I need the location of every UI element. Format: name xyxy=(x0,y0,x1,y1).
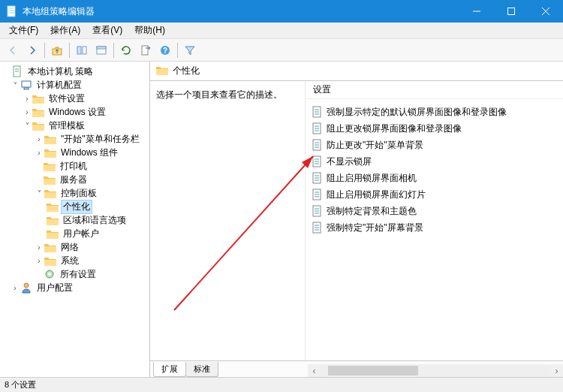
refresh-button[interactable] xyxy=(117,41,135,59)
svg-point-23 xyxy=(24,283,29,288)
tree-software-settings[interactable]: ›软件设置 xyxy=(2,92,148,105)
scrollbar-track[interactable] xyxy=(321,364,550,377)
settings-list-pane: 设置 强制显示特定的默认锁屏界面图像和登录图像阻止更改锁屏界面图像和登录图像防止… xyxy=(305,81,563,360)
policy-item-label: 强制显示特定的默认锁屏界面图像和登录图像 xyxy=(327,106,507,119)
document-icon xyxy=(11,65,23,77)
folder-icon xyxy=(32,119,44,131)
toolbar-separator xyxy=(177,43,178,58)
user-icon xyxy=(20,282,32,294)
twisty-expanded-icon[interactable]: ˅ xyxy=(23,121,32,130)
window-title: 本地组策略编辑器 xyxy=(23,5,459,18)
folder-icon xyxy=(44,173,56,185)
twisty-collapsed-icon[interactable]: › xyxy=(11,283,20,292)
tree-label: Windows 设置 xyxy=(47,105,108,119)
tab-standard[interactable]: 标准 xyxy=(185,362,218,377)
tree-pane[interactable]: 本地计算机 策略 ˅计算机配置 ›软件设置 ›Windows 设置 ˅管理模板 … xyxy=(0,62,150,377)
tree-label: 个性化 xyxy=(61,200,92,214)
nav-back-button[interactable] xyxy=(4,41,22,59)
tab-extended[interactable]: 扩展 xyxy=(153,362,186,377)
twisty-icon[interactable] xyxy=(2,67,11,76)
show-hide-tree-button[interactable] xyxy=(73,41,91,59)
policy-item[interactable]: 强制显示特定的默认锁屏界面图像和登录图像 xyxy=(309,104,560,120)
policy-item[interactable]: 强制特定"开始"屏幕背景 xyxy=(309,219,560,236)
policy-item[interactable]: 阻止启用锁屏界面相机 xyxy=(309,170,560,186)
folder-icon xyxy=(32,106,44,118)
policy-setting-icon xyxy=(312,106,324,118)
settings-list[interactable]: 强制显示特定的默认锁屏界面图像和登录图像阻止更改锁屏界面图像和登录图像防止更改"… xyxy=(306,99,563,360)
svg-rect-0 xyxy=(8,6,15,17)
description-pane: 选择一个项目来查看它的描述。 xyxy=(150,81,305,360)
tree-admin-templates[interactable]: ˅管理模板 xyxy=(2,119,148,132)
filter-button[interactable] xyxy=(181,41,199,59)
tree-label: 用户帐户 xyxy=(61,227,101,241)
twisty-collapsed-icon[interactable]: › xyxy=(35,256,44,265)
twisty-collapsed-icon[interactable]: › xyxy=(35,148,44,157)
svg-text:?: ? xyxy=(163,47,167,55)
tree-computer-config[interactable]: ˅计算机配置 xyxy=(2,78,148,92)
policy-item[interactable]: 防止更改"开始"菜单背景 xyxy=(309,137,560,153)
up-level-button[interactable] xyxy=(48,41,66,59)
policy-item-label: 强制特定"开始"屏幕背景 xyxy=(327,222,423,234)
folder-icon xyxy=(47,201,59,213)
tree-label: 计算机配置 xyxy=(35,78,84,92)
tree-system[interactable]: ›系统 xyxy=(2,254,148,267)
maximize-button[interactable] xyxy=(494,0,528,23)
help-button[interactable]: ? xyxy=(156,41,174,59)
tree-label: 系统 xyxy=(59,254,81,268)
twisty-collapsed-icon[interactable]: › xyxy=(23,107,32,116)
tree-label: 服务器 xyxy=(58,173,89,187)
close-button[interactable] xyxy=(528,0,563,23)
svg-rect-5 xyxy=(508,8,515,15)
nav-forward-button[interactable] xyxy=(23,41,41,59)
policy-setting-icon xyxy=(312,122,324,134)
policy-item[interactable]: 阻止启用锁屏界面幻灯片 xyxy=(309,186,560,203)
settings-icon xyxy=(44,268,56,280)
scroll-left-button[interactable]: ‹ xyxy=(308,364,321,377)
minimize-button[interactable] xyxy=(459,0,494,23)
twisty-expanded-icon[interactable]: ˅ xyxy=(11,80,20,89)
policy-item[interactable]: 不显示锁屏 xyxy=(309,153,560,170)
tree-network[interactable]: ›网络 xyxy=(2,240,148,254)
twisty-collapsed-icon[interactable]: › xyxy=(23,94,32,103)
policy-setting-icon xyxy=(312,222,324,234)
toolbar: ? xyxy=(0,39,563,62)
policy-setting-icon xyxy=(312,172,324,184)
horizontal-scrollbar[interactable]: ‹ › xyxy=(308,364,563,377)
tree-start-menu-taskbar[interactable]: ›"开始"菜单和任务栏 xyxy=(2,132,148,146)
export-list-button[interactable] xyxy=(137,41,155,59)
main-area: 本地计算机 策略 ˅计算机配置 ›软件设置 ›Windows 设置 ˅管理模板 … xyxy=(0,62,563,377)
policy-item-label: 阻止启用锁屏界面相机 xyxy=(327,172,417,185)
svg-rect-10 xyxy=(83,47,86,54)
tree-windows-settings[interactable]: ›Windows 设置 xyxy=(2,105,148,119)
menu-view[interactable]: 查看(V) xyxy=(86,23,128,38)
policy-item[interactable]: 阻止更改锁屏界面图像和登录图像 xyxy=(309,120,560,137)
menu-help[interactable]: 帮助(H) xyxy=(128,23,171,38)
policy-tree[interactable]: 本地计算机 策略 ˅计算机配置 ›软件设置 ›Windows 设置 ˅管理模板 … xyxy=(2,65,148,294)
policy-item[interactable]: 强制特定背景和主题色 xyxy=(309,203,560,219)
tree-label: 管理模板 xyxy=(47,119,87,133)
tree-root[interactable]: 本地计算机 策略 xyxy=(2,65,148,78)
tree-personalization[interactable]: 个性化 xyxy=(2,200,148,213)
menu-file[interactable]: 文件(F) xyxy=(3,23,44,38)
twisty-collapsed-icon[interactable]: › xyxy=(35,243,44,252)
twisty-collapsed-icon[interactable]: › xyxy=(35,134,44,143)
tree-label: "开始"菜单和任务栏 xyxy=(59,132,142,146)
scrollbar-thumb[interactable] xyxy=(328,366,418,375)
folder-icon xyxy=(44,241,56,253)
tree-label: 打印机 xyxy=(58,159,89,173)
tree-all-settings[interactable]: 所有设置 xyxy=(2,267,148,281)
scroll-right-button[interactable]: › xyxy=(550,364,563,377)
tree-control-panel[interactable]: ˅控制面板 xyxy=(2,186,148,200)
tree-label: 控制面板 xyxy=(59,186,99,201)
tree-user-accounts[interactable]: 用户帐户 xyxy=(2,227,148,240)
twisty-expanded-icon[interactable]: ˅ xyxy=(35,188,44,198)
tree-user-config[interactable]: ›用户配置 xyxy=(2,281,148,294)
tree-region-language[interactable]: 区域和语言选项 xyxy=(2,213,148,227)
tree-server[interactable]: 服务器 xyxy=(2,173,148,186)
column-header-setting[interactable]: 设置 xyxy=(306,81,563,99)
properties-button[interactable] xyxy=(92,41,110,59)
tree-printers[interactable]: 打印机 xyxy=(2,159,148,173)
policy-setting-icon xyxy=(312,205,324,217)
menu-action[interactable]: 操作(A) xyxy=(44,23,86,38)
tree-windows-components[interactable]: ›Windows 组件 xyxy=(2,146,148,159)
